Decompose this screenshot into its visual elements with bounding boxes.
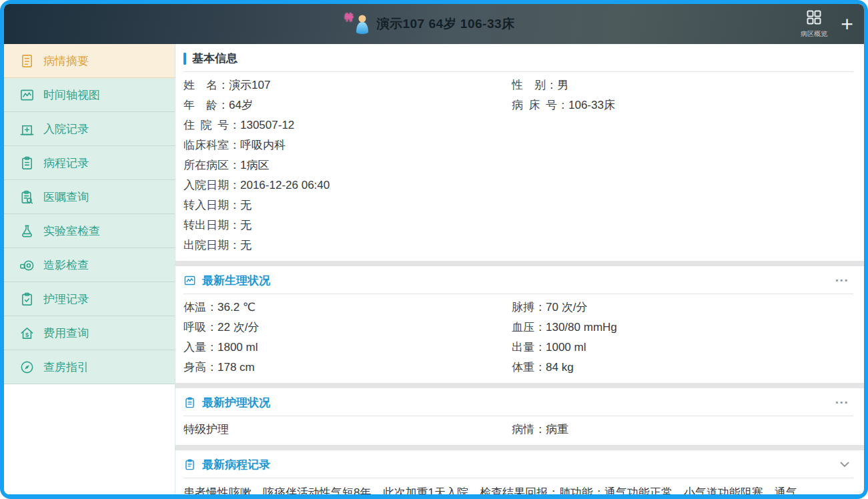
field-label: 血压： <box>512 321 546 334</box>
section-divider <box>175 383 864 388</box>
field-label: 体温： <box>183 301 218 314</box>
ellipsis-icon: ••• <box>835 398 849 406</box>
beaker-icon <box>19 223 35 239</box>
section-title: 最新护理状况 <box>202 395 270 410</box>
field-row: 特级护理 病情：病重 <box>183 420 853 440</box>
field-label: 出量： <box>512 341 546 354</box>
sidebar-item-timeline-view[interactable]: 时间轴视图 <box>4 78 175 112</box>
field-value: 36.2 ℃ <box>218 301 256 314</box>
plus-icon: + <box>841 12 853 36</box>
field-label: 姓 名： <box>183 79 229 91</box>
top-bar: 特 演示107 64岁 106-33床 <box>4 4 864 44</box>
ellipsis-icon: ••• <box>835 276 849 284</box>
timeline-chart-icon <box>19 87 35 103</box>
field-label: 所在病区： <box>183 159 240 171</box>
nursing-header: 最新护理状况 ••• <box>183 388 853 416</box>
compass-icon <box>19 360 35 375</box>
svg-text:$: $ <box>25 331 29 338</box>
vitals-fields: 体温：36.2 ℃ 脉搏：70 次/分 呼吸：22 次/分 血压：130/80 … <box>183 294 853 383</box>
nursing-level: 特级护理 <box>183 423 229 436</box>
imaging-scan-icon <box>19 258 35 273</box>
sidebar-item-fees-query[interactable]: $ 费用查询 <box>4 316 175 350</box>
hospital-icon <box>19 121 35 137</box>
add-button[interactable]: + <box>841 13 853 35</box>
sidebar-item-orders-query[interactable]: 医嘱查询 <box>4 180 175 214</box>
field-value: 70 次/分 <box>546 301 587 314</box>
field-value: 130/80 mmHg <box>546 321 617 334</box>
field-label: 出院日期： <box>183 239 240 252</box>
ward-overview-label: 病区概览 <box>801 29 827 39</box>
field-label: 临床科室： <box>183 139 240 151</box>
nursing-more-button[interactable]: ••• <box>835 398 849 406</box>
sidebar-item-nursing-record[interactable]: 护理记录 <box>4 282 175 316</box>
field-row: 身高：178 cm 体重：84 kg <box>183 358 853 378</box>
field-row: 呼吸：22 次/分 血压：130/80 mmHg <box>183 318 853 338</box>
section-divider <box>175 261 864 266</box>
field-row: 年 龄：64岁 病 床 号：106-33床 <box>183 95 853 115</box>
special-care-badge: 特 <box>344 11 353 23</box>
field-value: 22 次/分 <box>218 321 259 334</box>
vitals-chart-icon <box>183 274 196 287</box>
sidebar-item-label: 护理记录 <box>43 292 89 307</box>
sidebar-nav: 病情摘要 时间轴视图 入院记录 <box>4 44 175 494</box>
field-row: 入院日期：2016-12-26 06:40 <box>183 175 853 195</box>
sidebar-item-lab-tests[interactable]: 实验室检查 <box>4 214 175 248</box>
field-label: 转出日期： <box>183 219 240 231</box>
sidebar-item-rounds-guide[interactable]: 查房指引 <box>4 350 175 384</box>
field-value: 64岁 <box>229 99 253 111</box>
field-value: 1病区 <box>240 159 269 171</box>
sidebar-item-label: 入院记录 <box>43 121 89 137</box>
section-title: 基本信息 <box>192 51 238 66</box>
field-label: 入量： <box>183 341 218 354</box>
field-label: 住 院 号： <box>183 119 240 131</box>
field-row: 临床科室：呼吸内科 <box>183 135 853 155</box>
field-value: 1000 ml <box>546 341 586 354</box>
emr-app: 特 演示107 64岁 106-33床 <box>4 4 864 494</box>
sidebar-item-label: 造影检查 <box>43 258 89 273</box>
field-label: 入院日期： <box>183 179 240 191</box>
sidebar-item-course-record[interactable]: 病程记录 <box>4 146 175 180</box>
fees-home-icon: $ <box>19 326 35 341</box>
field-row: 转入日期：无 <box>183 195 853 215</box>
section-divider <box>175 445 864 450</box>
field-label: 病 床 号： <box>512 99 568 111</box>
section-title: 最新病程记录 <box>202 457 270 472</box>
patient-header[interactable]: 特 演示107 64岁 106-33床 <box>353 4 514 44</box>
sidebar-item-admission-record[interactable]: 入院记录 <box>4 112 175 146</box>
patient-avatar-icon: 特 <box>353 14 370 34</box>
sidebar-item-case-summary[interactable]: 病情摘要 <box>4 44 175 78</box>
ward-overview-button[interactable]: 病区概览 <box>801 9 827 39</box>
grid-icon <box>806 9 822 28</box>
clipboard-search-icon <box>19 189 35 205</box>
field-row: 转出日期：无 <box>183 215 853 235</box>
course-record-text: 患者慢性咳嗽、咳痰伴活动性气短8年，此次加重1天入院，检查结果回报：肺功能：通气… <box>183 478 853 494</box>
field-label: 年 龄： <box>183 99 229 111</box>
patient-title: 演示107 64岁 106-33床 <box>376 15 514 33</box>
course-record-header: 最新病程记录 <box>183 450 853 478</box>
blue-accent-bar <box>183 53 186 65</box>
field-value: 106-33床 <box>568 99 615 111</box>
field-row: 体温：36.2 ℃ 脉搏：70 次/分 <box>183 298 853 318</box>
field-value: 演示107 <box>229 79 270 91</box>
nursing-fields: 特级护理 病情：病重 <box>183 416 853 445</box>
sidebar-item-label: 医嘱查询 <box>43 189 89 205</box>
field-row: 所在病区：1病区 <box>183 155 853 175</box>
nursing-clipboard-icon <box>183 396 196 409</box>
basic-info-header: 基本信息 <box>183 44 853 72</box>
course-expand-button[interactable] <box>840 458 849 471</box>
sidebar-item-label: 病情摘要 <box>43 53 89 69</box>
field-value: 病重 <box>546 423 568 436</box>
sidebar-item-imaging-exam[interactable]: 造影检查 <box>4 248 175 282</box>
field-value: 1800 ml <box>218 341 258 354</box>
field-label: 呼吸： <box>183 321 218 334</box>
field-label: 脉搏： <box>512 301 546 314</box>
basic-info-fields: 姓 名：演示107 性 别：男 年 龄：64岁 病 床 号：106-33床 住 … <box>183 72 853 261</box>
field-row: 住 院 号：130507-12 <box>183 115 853 135</box>
field-label: 性 别： <box>512 79 557 91</box>
content-pane: 基本信息 姓 名：演示107 性 别：男 年 龄：64岁 病 床 号：106-3… <box>175 44 864 494</box>
vitals-more-button[interactable]: ••• <box>835 276 849 284</box>
clipboard-icon <box>19 155 35 171</box>
sidebar-item-label: 查房指引 <box>43 360 89 375</box>
section-title: 最新生理状况 <box>202 273 270 288</box>
sidebar-item-label: 费用查询 <box>43 326 89 341</box>
